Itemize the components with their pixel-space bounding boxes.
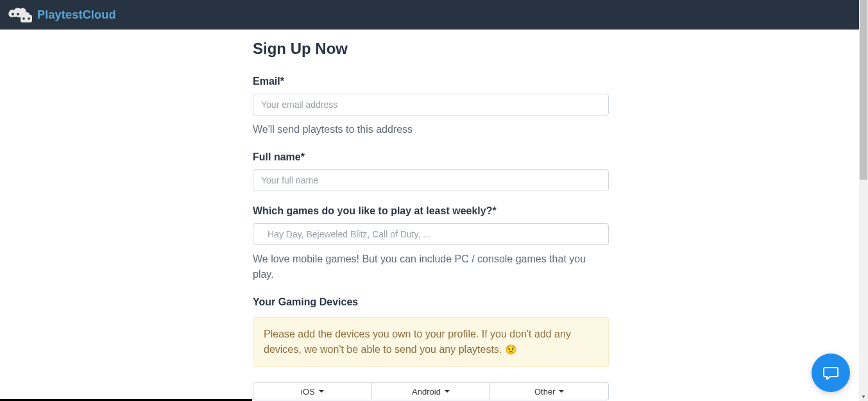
svg-point-2 [28, 17, 30, 20]
scrollbar-thumb[interactable] [860, 0, 867, 180]
scroll-down-arrow-icon[interactable]: ▼ [859, 392, 868, 401]
svg-point-4 [17, 13, 19, 15]
games-label: Which games do you like to play at least… [253, 205, 609, 217]
cloud-controller-icon [6, 6, 33, 24]
device-android-label: Android [412, 387, 441, 397]
app-header: PlaytestCloud [0, 0, 868, 30]
caret-down-icon [319, 390, 324, 393]
devices-group: Your Gaming Devices Please add the devic… [253, 296, 609, 401]
games-input-wrap[interactable] [253, 223, 609, 245]
help-chat-button[interactable] [812, 354, 850, 392]
page-title: Sign Up Now [253, 40, 609, 58]
email-label: Email* [253, 76, 609, 87]
svg-rect-0 [21, 15, 32, 22]
device-android-button[interactable]: Android [372, 382, 491, 400]
chat-bubble-icon [822, 364, 840, 382]
email-help: We'll send playtests to this address [253, 122, 609, 137]
worried-emoji-icon: 😟 [505, 344, 517, 355]
caret-down-icon [445, 390, 450, 393]
games-group: Which games do you like to play at least… [253, 205, 609, 282]
devices-alert: Please add the devices you own to your p… [253, 317, 609, 367]
device-other-button[interactable]: Other [490, 382, 609, 400]
svg-point-1 [22, 17, 25, 20]
caret-down-icon [559, 390, 564, 393]
device-ios-label: iOS [301, 387, 315, 397]
fullname-group: Full name* [253, 151, 609, 191]
svg-point-3 [12, 13, 14, 15]
device-buttons-row: iOS Android Other [253, 382, 609, 400]
devices-label: Your Gaming Devices [253, 296, 609, 308]
scrollbar-track[interactable]: ▼ [859, 0, 868, 401]
device-other-label: Other [534, 387, 556, 397]
email-input[interactable] [253, 94, 609, 115]
device-ios-button[interactable]: iOS [253, 382, 372, 400]
brand-logo[interactable]: PlaytestCloud [6, 6, 116, 24]
games-input[interactable] [259, 229, 603, 239]
devices-alert-text: Please add the devices you own to your p… [264, 328, 571, 355]
fullname-input[interactable] [253, 169, 609, 191]
fullname-label: Full name* [253, 151, 609, 163]
brand-name: PlaytestCloud [37, 8, 116, 22]
games-help: We love mobile games! But you can includ… [253, 252, 609, 282]
signup-form: Sign Up Now Email* We'll send playtests … [253, 30, 609, 401]
email-group: Email* We'll send playtests to this addr… [253, 76, 609, 137]
